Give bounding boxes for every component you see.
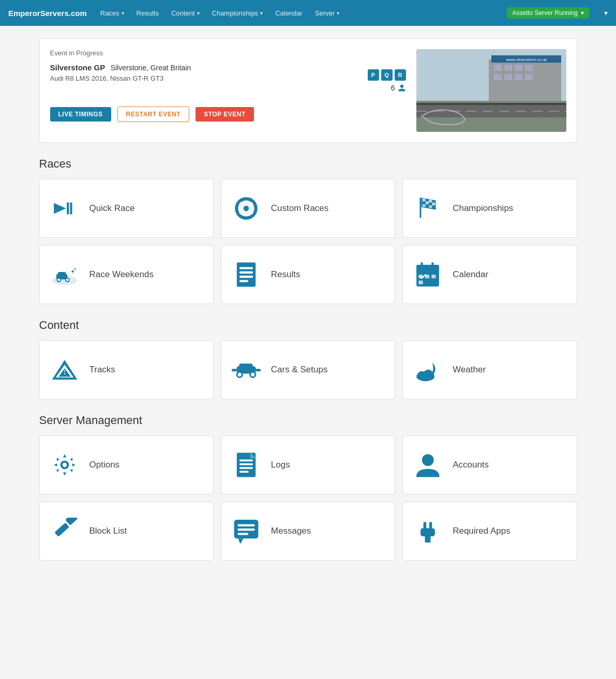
navbar-links: Races ▾ Results Content ▾ Championships … [95, 6, 503, 20]
svg-rect-57 [421, 262, 423, 267]
svg-point-23 [244, 206, 249, 211]
server-grid-1: Options Logs [39, 435, 577, 494]
nav-races-caret: ▾ [122, 10, 124, 16]
logs-label: Logs [271, 460, 290, 470]
nav-server[interactable]: Server ▾ [310, 6, 344, 20]
user-menu-button[interactable]: ▾ [593, 8, 608, 18]
event-track-image: www.silverstone.co.uk [416, 49, 566, 132]
svg-rect-70 [256, 369, 261, 371]
card-cars-setups[interactable]: Cars & Setups [221, 340, 395, 399]
server-grid-2: Block List Messages [39, 502, 577, 561]
svg-rect-46 [239, 267, 253, 269]
messages-label: Messages [271, 526, 311, 536]
svg-rect-18 [67, 203, 69, 215]
calendar-label: Calendar [453, 269, 488, 280]
navbar-right: Assetto Server Running ▾ ▾ [507, 7, 608, 19]
messages-icon [232, 517, 261, 546]
svg-rect-58 [431, 262, 433, 267]
card-championships[interactable]: Championships [402, 179, 577, 238]
event-track-name: Silverstone GP [50, 63, 106, 72]
cars-setups-label: Cars & Setups [271, 365, 328, 375]
races-grid: Quick Race Custom Races [39, 179, 577, 238]
results-icon [232, 260, 261, 289]
main-content: Event in Progress Silverstone GP Silvers… [24, 26, 593, 580]
svg-point-24 [239, 202, 243, 206]
svg-rect-94 [424, 522, 427, 529]
event-location: Silverstone, Great Britain [111, 64, 191, 72]
card-calendar[interactable]: Calendar [402, 245, 577, 304]
race-weekends-icon: ✦ ✦ [50, 260, 79, 289]
svg-rect-69 [232, 369, 236, 371]
svg-rect-28 [420, 198, 422, 218]
card-race-weekends[interactable]: ✦ ✦ Race Weekends [39, 245, 214, 304]
svg-rect-30 [423, 199, 426, 202]
nav-championships[interactable]: Championships ▾ [207, 6, 268, 20]
accounts-icon [413, 450, 442, 479]
svg-rect-79 [239, 460, 253, 462]
stop-event-button[interactable]: STOP EVENT [196, 107, 254, 122]
restart-event-button[interactable]: RESTART EVENT [117, 107, 190, 122]
weather-icon [413, 355, 442, 384]
server-mgmt-heading: Server Management [39, 414, 577, 427]
svg-rect-6 [515, 65, 522, 71]
card-results[interactable]: Results [221, 245, 395, 304]
card-required-apps[interactable]: Required Apps [402, 502, 577, 561]
navbar: EmperorServers.com Races ▾ Results Conte… [0, 0, 616, 26]
svg-point-76 [62, 463, 66, 467]
race-weekends-label: Race Weekends [89, 269, 154, 280]
svg-rect-11 [525, 74, 533, 80]
svg-point-26 [239, 210, 243, 215]
championships-label: Championships [453, 203, 513, 214]
nav-content-caret: ▾ [197, 10, 200, 16]
svg-rect-45 [237, 263, 256, 287]
svg-rect-95 [429, 522, 432, 529]
svg-text:www.silverstone.co.uk: www.silverstone.co.uk [505, 57, 547, 62]
card-accounts[interactable]: Accounts [402, 435, 577, 494]
svg-rect-10 [515, 74, 522, 80]
svg-rect-81 [239, 467, 253, 469]
nav-races[interactable]: Races ▾ [95, 6, 129, 20]
players-count: 6 [391, 84, 406, 92]
server-status-badge[interactable]: Assetto Server Running ▾ [507, 7, 589, 19]
svg-rect-49 [239, 280, 248, 282]
card-block-list[interactable]: Block List [39, 502, 214, 561]
svg-rect-93 [420, 528, 435, 536]
badge-q: Q [381, 69, 393, 81]
svg-point-27 [249, 210, 253, 215]
event-actions: LIVE TIMINGS RESTART EVENT STOP EVENT [50, 107, 406, 122]
card-quick-race[interactable]: Quick Race [39, 179, 214, 238]
card-options[interactable]: Options [39, 435, 214, 494]
svg-rect-32 [426, 201, 429, 204]
card-logs[interactable]: Logs [221, 435, 395, 494]
accounts-label: Accounts [453, 460, 489, 470]
event-info: Event in Progress Silverstone GP Silvers… [50, 49, 406, 122]
results-label: Results [271, 269, 301, 280]
required-apps-icon [413, 517, 442, 546]
custom-races-label: Custom Races [271, 203, 328, 214]
nav-content[interactable]: Content ▾ [166, 6, 205, 20]
block-list-icon [50, 517, 79, 546]
svg-marker-88 [238, 538, 243, 544]
svg-point-74 [417, 374, 435, 381]
card-tracks[interactable]: Tracks [39, 340, 214, 399]
svg-rect-82 [239, 471, 249, 473]
svg-rect-84 [54, 522, 69, 537]
svg-rect-35 [429, 205, 432, 208]
server-status-caret: ▾ [581, 9, 584, 17]
live-timings-button[interactable]: LIVE TIMINGS [50, 107, 111, 122]
cars-setups-icon [232, 355, 261, 384]
card-custom-races[interactable]: Custom Races [221, 179, 395, 238]
event-card: Event in Progress Silverstone GP Silvers… [39, 38, 577, 143]
nav-server-caret: ▾ [337, 10, 339, 16]
required-apps-label: Required Apps [453, 526, 510, 536]
navbar-brand[interactable]: EmperorServers.com [8, 9, 87, 18]
event-badges: P Q R [368, 69, 406, 81]
svg-point-42 [66, 279, 68, 281]
nav-calendar[interactable]: Calendar [270, 6, 308, 20]
svg-marker-17 [54, 203, 66, 214]
svg-rect-19 [70, 203, 72, 215]
nav-results[interactable]: Results [131, 6, 164, 20]
card-messages[interactable]: Messages [221, 502, 395, 561]
card-weather[interactable]: Weather [402, 340, 577, 399]
svg-rect-48 [239, 276, 253, 278]
